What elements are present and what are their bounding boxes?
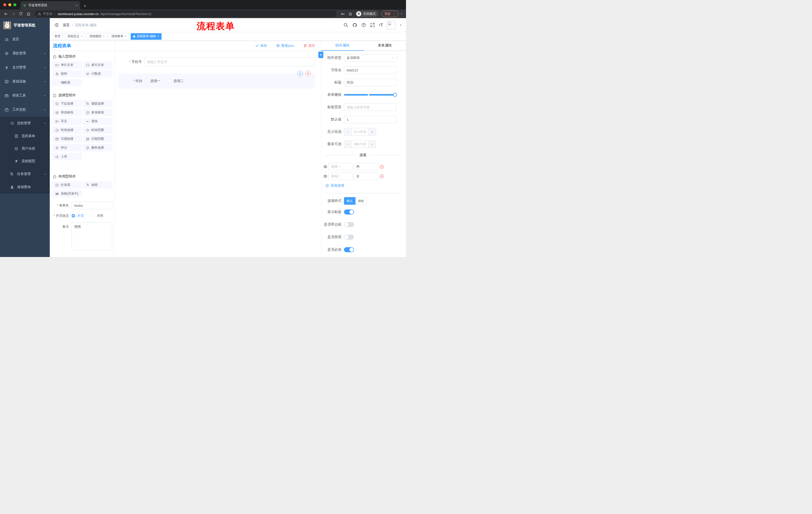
component-time-picker[interactable]: 时间选择 [52,127,82,134]
tag-close-icon[interactable] [81,35,82,38]
sidebar-item-process-form[interactable]: 流程表单 [0,130,50,142]
remove-option-button[interactable] [380,174,384,179]
view-json-button[interactable]: 查看json [276,44,294,48]
sidebar-item-workflow[interactable]: 工作流程 [0,103,50,117]
tag-process-model[interactable]: 流程模型 [87,33,107,40]
disabled-toggle[interactable] [344,235,354,240]
sidebar-item-task-mgmt[interactable]: 任务管理 [0,167,50,181]
component-single-line-text[interactable]: 单行文本 [52,61,82,69]
decrease-button[interactable] [344,128,351,135]
style-default-button[interactable]: 默认 [344,197,355,205]
clear-button[interactable]: 清空 [303,44,315,48]
font-size-icon[interactable]: TT [379,23,383,27]
address-bar[interactable]: 不安全 dashboard.yudao.iocoder.cn/bpm/manag… [35,10,337,17]
tag-close-icon[interactable] [125,35,126,38]
tag-close-icon[interactable] [103,35,104,38]
component-multi-line-text[interactable]: 多行文本 [83,61,113,69]
add-option-button[interactable]: 添加选项 [325,183,406,188]
gender-option2-checkbox[interactable]: 选项二 [168,79,184,83]
sidebar-item-leave-query[interactable]: 请假查询 [0,181,50,194]
min-select-input[interactable] [351,128,369,135]
tab-component-props[interactable]: 组件属性 [321,41,364,50]
status-off-label[interactable]: 关闭 [97,214,103,218]
hamburger-icon[interactable] [54,23,59,27]
required-toggle[interactable] [344,247,354,252]
tab-form-props[interactable]: 表单属性 [364,41,406,50]
component-date-range[interactable]: 日期范围 [83,135,113,142]
link-tag-button[interactable] [318,52,323,58]
search-icon[interactable] [343,23,348,27]
avatar[interactable] [387,21,396,29]
avatar-caret-icon[interactable] [400,24,402,26]
sidebar-item-process-model[interactable]: 流程模型 [0,155,50,167]
profile-caret-icon[interactable] [400,10,404,17]
form-name-input[interactable] [71,202,113,209]
drag-handle-icon[interactable] [323,165,327,169]
minimize-window-button[interactable] [8,3,11,6]
update-button[interactable]: 更新 [381,10,399,17]
password-key-icon[interactable] [340,10,346,17]
component-slider[interactable]: 滑块 [83,118,113,125]
breadcrumb-home[interactable]: 首页 [63,23,69,27]
back-icon[interactable] [2,10,9,17]
component-cascader[interactable]: 级联选择 [83,100,113,107]
save-button[interactable]: 保存 [255,44,267,48]
component-password[interactable]: 密码 [52,70,82,77]
sidebar-item-user-group[interactable]: 用户分组 [0,142,50,155]
drag-handle-icon[interactable] [323,174,327,178]
incognito-badge[interactable]: 无痕模式 [355,10,378,17]
tag-process-form[interactable]: 流程表单 [109,33,129,40]
component-switch[interactable]: 开关 [52,118,82,125]
new-tab-button[interactable] [84,4,86,9]
close-window-button[interactable] [3,3,6,6]
tab-close-icon[interactable] [76,4,78,7]
component-radio-group[interactable]: 单选框组 [52,109,82,116]
sidebar-item-process-mgmt[interactable]: 流程管理 [0,117,50,130]
remove-option-button[interactable] [380,165,384,169]
title-input[interactable] [344,79,397,86]
label-width-input[interactable] [344,103,397,111]
tag-close-icon[interactable] [157,35,159,38]
sidebar-item-home[interactable]: 首页 [0,32,50,46]
component-rate[interactable]: 评分 [52,144,82,152]
fullscreen-icon[interactable] [370,23,375,27]
field-name-input[interactable] [344,66,397,74]
maximize-window-button[interactable] [13,3,16,6]
github-icon[interactable] [352,23,357,28]
component-upload[interactable]: 上传 [52,153,82,160]
component-select[interactable]: 下拉选择 [52,100,82,107]
component-row-container[interactable]: 行容器 [52,181,82,189]
bookmark-star-icon[interactable] [347,10,353,17]
default-value-input[interactable] [344,116,397,123]
show-label-toggle[interactable] [344,210,354,215]
component-date-picker[interactable]: 日期选择 [52,135,82,142]
canvas[interactable]: 手机号 性别 选项一 [115,51,321,257]
browser-menu-icon[interactable] [393,11,396,16]
tag-process-form-edit[interactable]: 流程表单-编辑 [130,33,161,40]
status-off-radio[interactable] [91,214,95,218]
tag-process-definition[interactable]: 流程定义 [65,33,85,40]
slider-handle[interactable] [393,93,397,97]
component-time-range[interactable]: 时间范围 [83,127,113,134]
form-grid-slider[interactable] [344,91,397,99]
component-checkbox-group[interactable]: 多选框组 [83,109,113,116]
style-button-button[interactable]: 按钮 [355,197,367,205]
phone-field-input[interactable] [144,57,315,66]
increase-button[interactable] [369,128,376,135]
sidebar-logo[interactable]: 芋道管理系统 [0,18,50,32]
forward-icon[interactable] [10,10,17,17]
phone-field[interactable]: 手机号 [118,57,315,66]
delete-field-button[interactable] [305,71,311,76]
component-table-dev[interactable]: 表格[开发中] [52,190,82,197]
selected-gender-field[interactable]: 性别 选项一 选项二 [118,74,315,88]
form-remark-textarea[interactable]: 嘿嘿 [71,222,112,250]
tag-home[interactable]: 首页 [52,33,63,40]
sidebar-item-devtools[interactable]: 研发工具 [0,88,50,103]
component-editor[interactable]: 编辑器 [52,79,82,86]
sidebar-item-payment[interactable]: ¥ 支付管理 [0,60,50,75]
option1-value-input[interactable] [354,163,378,170]
sidebar-item-system[interactable]: 系统管理 [0,46,50,60]
copy-field-button[interactable] [297,71,303,76]
option1-label-input[interactable] [328,163,353,170]
status-on-radio[interactable] [71,214,75,218]
